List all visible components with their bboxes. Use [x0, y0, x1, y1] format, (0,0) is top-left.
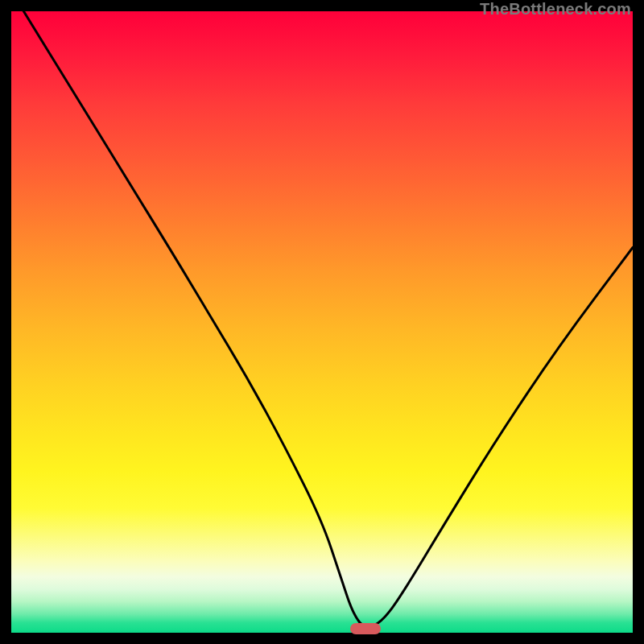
curve-path: [23, 11, 633, 626]
bottleneck-curve: [11, 11, 633, 633]
chart-frame: TheBottleneck.com: [0, 0, 644, 644]
plot-area: [11, 11, 633, 633]
optimal-range-marker: [350, 623, 382, 634]
watermark-text: TheBottleneck.com: [480, 0, 631, 19]
